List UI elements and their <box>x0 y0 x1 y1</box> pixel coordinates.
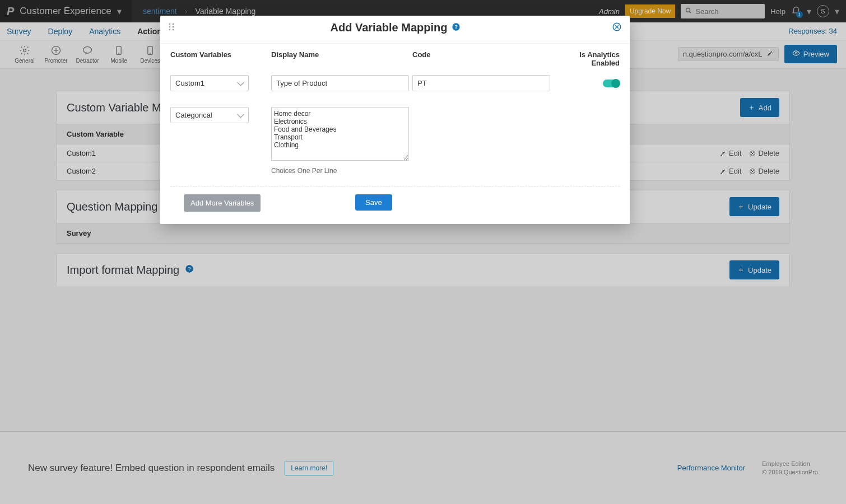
col-header-analytics: Is Analytics Enabled <box>554 50 620 67</box>
code-input[interactable] <box>412 75 550 91</box>
drag-handle-icon[interactable] <box>168 22 175 34</box>
type-select[interactable]: Categorical <box>170 107 249 123</box>
add-more-variables-button[interactable]: Add More Variables <box>184 194 261 212</box>
modal-title: Add Variable Mapping <box>331 21 448 34</box>
analytics-toggle[interactable] <box>603 80 620 87</box>
svg-point-24 <box>169 26 171 27</box>
svg-point-22 <box>169 23 171 25</box>
choices-hint: Choices One Per Line <box>271 167 412 175</box>
add-variable-mapping-modal: Add Variable Mapping ? Custom Variables … <box>160 16 630 224</box>
svg-point-26 <box>169 29 171 30</box>
svg-point-23 <box>173 23 174 25</box>
display-name-input[interactable] <box>271 75 409 91</box>
col-header-display: Display Name <box>271 50 412 67</box>
svg-point-25 <box>173 26 174 27</box>
col-header-custom: Custom Variables <box>170 50 271 67</box>
save-button[interactable]: Save <box>355 194 392 211</box>
custom-variable-select[interactable]: Custom1 <box>170 75 249 91</box>
svg-text:?: ? <box>455 24 458 30</box>
svg-point-27 <box>173 29 174 30</box>
choices-textarea[interactable] <box>271 107 409 161</box>
close-button[interactable] <box>612 22 622 34</box>
col-header-code: Code <box>412 50 554 67</box>
help-icon[interactable]: ? <box>452 21 461 34</box>
